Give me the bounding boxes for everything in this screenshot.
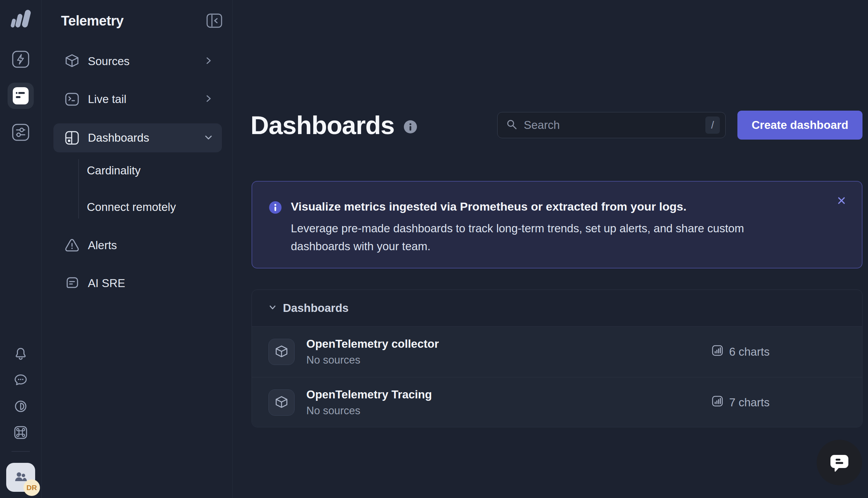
- dashboard-sources: No sources: [306, 405, 432, 417]
- dashboards-group-header[interactable]: Dashboards: [252, 290, 862, 326]
- info-banner: Visualize metrics ingested via Prometheu…: [252, 181, 862, 268]
- cube-icon: [268, 339, 295, 365]
- banner-body: Leverage pre-made dashboards to track lo…: [291, 220, 784, 255]
- banner-info-icon: [269, 201, 282, 215]
- cube-icon: [64, 54, 80, 69]
- sidebar-item-label: AI SRE: [88, 277, 213, 290]
- cube-icon: [268, 389, 295, 416]
- group-label: Dashboards: [283, 302, 349, 315]
- dashboard-title: OpenTelemetry collector: [306, 337, 439, 350]
- search-box: /: [497, 112, 726, 138]
- sidebar-item-sources[interactable]: Sources: [53, 47, 222, 76]
- bell-icon[interactable]: [13, 346, 28, 362]
- sidebar-title: Telemetry: [61, 13, 124, 29]
- dashboard-row[interactable]: OpenTelemetry collector No sources 6 cha…: [252, 327, 862, 377]
- bar-chart-icon: [711, 344, 724, 359]
- page-title: Dashboards: [251, 111, 395, 140]
- user-initials-badge: DR: [23, 479, 40, 496]
- chevron-right-icon: [204, 55, 213, 68]
- bar-chart-icon: [711, 395, 724, 410]
- main-content: Dashboards / Create dashboard: [233, 0, 868, 498]
- panel-collapse-icon[interactable]: [205, 12, 223, 30]
- sidebar-item-label: Alerts: [88, 239, 213, 252]
- sidebar-item-label: Sources: [88, 55, 204, 68]
- search-icon: [506, 119, 518, 132]
- pipeline-sliders-icon[interactable]: [11, 123, 30, 142]
- command-icon[interactable]: [13, 425, 28, 440]
- sidebar-item-ai-sre[interactable]: AI SRE: [53, 269, 222, 298]
- search-shortcut-key: /: [705, 116, 720, 134]
- search-input[interactable]: [524, 119, 705, 132]
- contrast-icon[interactable]: [13, 399, 28, 414]
- sidebar: Telemetry Sources: [42, 0, 233, 498]
- chevron-down-icon: [204, 131, 213, 144]
- sidebar-item-label: Connect remotely: [87, 201, 213, 214]
- sidebar-item-label: Cardinality: [87, 164, 213, 177]
- chat-dots-icon[interactable]: [13, 373, 28, 388]
- mezmo-logo-icon[interactable]: [9, 9, 32, 30]
- sidebar-item-connect-remotely[interactable]: Connect remotely: [53, 193, 222, 222]
- sidebar-item-label: Dashboards: [88, 131, 204, 144]
- sidebar-item-dashboards[interactable]: Dashboards: [53, 123, 222, 152]
- user-avatar[interactable]: DR: [6, 463, 35, 492]
- rail-nav: [8, 50, 34, 142]
- chart-count: 7 charts: [729, 396, 769, 409]
- dashboard-sources: No sources: [306, 354, 439, 366]
- create-dashboard-button[interactable]: Create dashboard: [737, 111, 862, 140]
- icon-rail: DR: [0, 0, 42, 498]
- chevron-right-icon: [204, 93, 213, 106]
- chevron-down-icon: [268, 303, 277, 313]
- sidebar-item-alerts[interactable]: Alerts: [53, 231, 222, 260]
- warning-triangle-icon: [64, 237, 80, 254]
- dashboards-panel: Dashboards OpenTelemetry collector No so…: [252, 289, 862, 427]
- sidebar-item-cardinality[interactable]: Cardinality: [53, 156, 222, 185]
- banner-title: Visualize metrics ingested via Prometheu…: [291, 200, 686, 213]
- flash-icon[interactable]: [11, 50, 30, 69]
- dashboard-grid-icon: [64, 130, 80, 146]
- rail-bottom: DR: [6, 346, 35, 498]
- rail-divider: [11, 451, 30, 452]
- sidebar-item-label: Live tail: [88, 93, 204, 106]
- dashboard-row[interactable]: OpenTelemetry Tracing No sources 7 chart…: [252, 377, 862, 427]
- close-icon[interactable]: [836, 195, 847, 207]
- dashboard-title: OpenTelemetry Tracing: [306, 388, 432, 401]
- info-icon[interactable]: [404, 120, 417, 135]
- ai-chat-icon: [64, 275, 80, 292]
- terminal-icon: [64, 91, 80, 108]
- logs-icon[interactable]: [8, 83, 34, 109]
- sidebar-item-live-tail[interactable]: Live tail: [53, 85, 222, 114]
- chart-count: 6 charts: [729, 345, 769, 358]
- chat-bubble-icon[interactable]: [817, 440, 862, 485]
